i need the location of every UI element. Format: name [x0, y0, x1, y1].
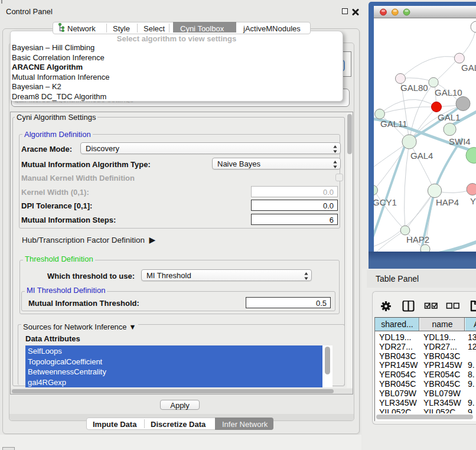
svg-text:GCY1: GCY1	[374, 197, 397, 207]
svg-text:GAL80: GAL80	[400, 83, 428, 93]
svg-text:GAL10: GAL10	[435, 87, 462, 97]
svg-text:GAL1: GAL1	[438, 112, 460, 122]
svg-text:SWI4: SWI4	[449, 136, 471, 146]
svg-text:HAP4: HAP4	[436, 197, 459, 207]
svg-text:HAP2: HAP2	[406, 234, 429, 244]
svg-text:GAL4: GAL4	[410, 151, 433, 161]
svg-text:GAL11: GAL11	[380, 119, 407, 129]
svg-text:GAL7: GAL7	[461, 63, 476, 73]
svg-text:Y: Y	[470, 196, 476, 206]
